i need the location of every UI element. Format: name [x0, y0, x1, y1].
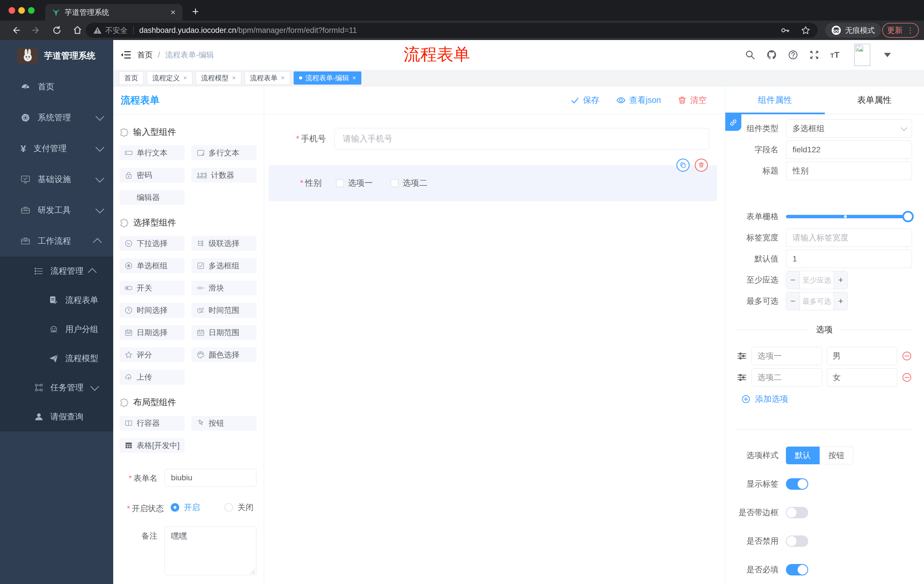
- grid-slider[interactable]: [786, 211, 912, 222]
- security-label[interactable]: 不安全: [105, 25, 127, 35]
- palette-item-date-range[interactable]: 日期范围: [191, 325, 257, 340]
- forward-icon[interactable]: [31, 25, 41, 35]
- browser-tab[interactable]: 芋道管理系统 ×: [45, 4, 182, 21]
- update-button[interactable]: 更新 ⋮: [882, 23, 919, 38]
- min-placeholder[interactable]: 至少应选: [800, 271, 834, 289]
- show-label-toggle[interactable]: [786, 478, 808, 490]
- avatar[interactable]: [854, 44, 870, 66]
- tab-close-icon[interactable]: ×: [183, 74, 187, 82]
- required-toggle[interactable]: [786, 564, 808, 576]
- delete-component-button[interactable]: [695, 159, 708, 172]
- increment-button[interactable]: +: [834, 271, 847, 289]
- status-off-radio[interactable]: [224, 503, 233, 512]
- palette-item-rate[interactable]: 评分: [119, 347, 185, 362]
- remove-option-button[interactable]: [902, 351, 912, 361]
- sidebar-item-user-group[interactable]: 用户分组: [0, 315, 113, 344]
- sidebar-item-process-form[interactable]: 流程表单: [0, 286, 113, 315]
- palette-item-password[interactable]: 密码: [119, 168, 185, 183]
- fullscreen-icon[interactable]: [809, 50, 819, 60]
- option-value-input[interactable]: 男: [827, 347, 898, 365]
- min-select-stepper[interactable]: − 至少应选 +: [786, 271, 848, 289]
- palette-item-time-picker[interactable]: 时间选择: [119, 303, 185, 318]
- palette-item-button[interactable]: 按钮: [191, 416, 257, 431]
- palette-item-cascader[interactable]: 级联选择: [191, 236, 257, 251]
- option-value-input[interactable]: 女: [827, 368, 898, 387]
- component-type-select[interactable]: 多选框组: [786, 119, 912, 138]
- decrement-button[interactable]: −: [786, 271, 800, 289]
- status-on-radio[interactable]: [171, 503, 179, 512]
- sidebar-item-system[interactable]: 系统管理: [0, 102, 113, 133]
- sidebar-item-infra[interactable]: 基础设施: [0, 164, 113, 195]
- palette-item-switch[interactable]: 开关: [119, 281, 185, 295]
- label-width-input[interactable]: 请输入标签宽度: [786, 229, 912, 247]
- save-button[interactable]: 保存: [570, 95, 599, 106]
- sidebar-item-process-management[interactable]: 流程管理: [0, 257, 113, 286]
- back-icon[interactable]: [11, 25, 21, 35]
- font-size-icon[interactable]: TT: [830, 50, 839, 60]
- sidebar-item-home[interactable]: 首页: [0, 71, 113, 102]
- tab-close-icon[interactable]: ×: [281, 74, 285, 82]
- decrement-button[interactable]: −: [786, 292, 800, 310]
- tab-close-icon[interactable]: ×: [353, 74, 356, 82]
- palette-item-color-picker[interactable]: 颜色选择: [191, 347, 257, 362]
- palette-item-upload[interactable]: 上传: [119, 370, 185, 385]
- tab-close-icon[interactable]: ×: [232, 74, 236, 82]
- browser-menu-icon[interactable]: ⋮: [907, 26, 914, 35]
- checkbox[interactable]: [391, 179, 399, 187]
- title-input[interactable]: 性别: [786, 162, 912, 180]
- palette-item-radio-group[interactable]: 单选框组: [119, 258, 185, 273]
- slider-handle[interactable]: [902, 211, 914, 222]
- route-tab-home[interactable]: 首页: [119, 71, 144, 85]
- sidebar-item-devtools[interactable]: 研发工具: [0, 195, 113, 226]
- tab-close-icon[interactable]: ×: [170, 7, 175, 17]
- palette-item-time-range[interactable]: 时间范围: [191, 303, 257, 318]
- palette-item-multi-text[interactable]: 多行文本: [191, 145, 257, 160]
- status-on-label[interactable]: 开启: [184, 502, 200, 513]
- route-tab-process-model[interactable]: 流程模型 ×: [196, 71, 241, 85]
- search-icon[interactable]: [745, 50, 755, 60]
- reload-icon[interactable]: [52, 25, 62, 35]
- default-value-input[interactable]: 1: [786, 250, 912, 268]
- home-icon[interactable]: [73, 25, 82, 35]
- remove-option-button[interactable]: [902, 372, 912, 383]
- canvas-field-phone[interactable]: *手机号 请输入手机号: [269, 128, 725, 150]
- bookmark-star-icon[interactable]: [801, 26, 810, 35]
- field-name-input[interactable]: field122: [786, 141, 912, 159]
- url-bar[interactable]: 不安全 dashboard.yudao.iocoder.cn/bpm/manag…: [86, 23, 818, 38]
- breadcrumb-home[interactable]: 首页: [137, 50, 153, 60]
- max-select-stepper[interactable]: − 最多可选 +: [786, 292, 848, 310]
- gender-option-2[interactable]: 选项二: [391, 178, 427, 189]
- option-label-input[interactable]: 选项一: [752, 347, 822, 365]
- canvas-body[interactable]: *手机号 请输入手机号: [264, 114, 725, 584]
- view-json-button[interactable]: 查看json: [616, 95, 661, 106]
- palette-item-table[interactable]: 表格[开发中]: [119, 438, 185, 453]
- form-name-input[interactable]: biubiu: [164, 469, 256, 487]
- palette-item-row-container[interactable]: 行容器: [119, 416, 185, 431]
- field-link-button[interactable]: [725, 114, 741, 131]
- tab-component-props[interactable]: 组件属性: [725, 86, 825, 114]
- route-tab-process-form-edit[interactable]: 流程表单-编辑 ×: [294, 71, 361, 85]
- sidebar-collapse-icon[interactable]: [120, 50, 131, 59]
- sidebar-item-leave-query[interactable]: 请假查询: [0, 402, 113, 431]
- disabled-toggle[interactable]: [786, 535, 808, 547]
- status-off-label[interactable]: 关闭: [238, 502, 254, 513]
- palette-item-editor[interactable]: 编辑器: [119, 190, 185, 205]
- clear-button[interactable]: 清空: [678, 95, 707, 106]
- palette-item-select[interactable]: 下拉选择: [119, 236, 185, 251]
- style-button-button[interactable]: 按钮: [820, 447, 853, 464]
- add-option-button[interactable]: 添加选项: [741, 393, 912, 405]
- close-window-button[interactable]: [8, 7, 15, 14]
- avatar-caret-icon[interactable]: [884, 53, 891, 57]
- github-icon[interactable]: [766, 49, 777, 60]
- minimize-window-button[interactable]: [18, 7, 25, 14]
- tab-form-props[interactable]: 表单属性: [825, 86, 924, 114]
- drag-handle-icon[interactable]: [737, 372, 747, 383]
- sidebar-item-payment[interactable]: ¥ 支付管理: [0, 133, 113, 164]
- checkbox[interactable]: [336, 179, 344, 187]
- palette-item-checkbox-group[interactable]: 多选框组: [191, 258, 257, 273]
- palette-item-single-text[interactable]: 单行文本: [119, 145, 185, 160]
- palette-item-slider[interactable]: 滑块: [191, 281, 257, 295]
- route-tab-process-definition[interactable]: 流程定义 ×: [147, 71, 192, 85]
- maximize-window-button[interactable]: [28, 7, 35, 14]
- sidebar-item-process-model[interactable]: 流程模型: [0, 344, 113, 373]
